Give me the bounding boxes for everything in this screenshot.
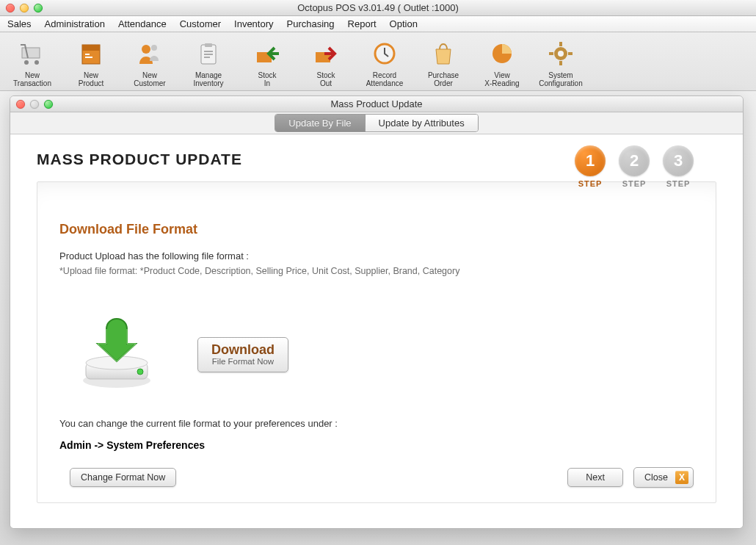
next-button[interactable]: Next: [567, 468, 623, 487]
svg-rect-12: [204, 54, 213, 55]
toolbar-manage-inventory[interactable]: ManageInventory: [182, 37, 235, 87]
menu-purchasing[interactable]: Purchasing: [287, 18, 335, 29]
modal-zoom-icon[interactable]: [44, 100, 53, 109]
svg-point-1: [24, 60, 29, 65]
modal-close-icon[interactable]: [16, 100, 25, 109]
customer-icon: [134, 37, 166, 70]
main-titlebar: Octopus POS v3.01.49 ( Outlet :1000): [0, 0, 756, 16]
svg-point-19: [558, 51, 564, 57]
svg-point-7: [142, 45, 150, 54]
svg-rect-21: [559, 61, 562, 65]
close-window-icon[interactable]: [6, 4, 15, 12]
step-1: 1 STEP: [575, 145, 606, 188]
toolbar-label: NewCustomer: [134, 71, 165, 87]
menu-customer[interactable]: Customer: [180, 18, 221, 29]
toolbar-label: ManageInventory: [193, 71, 223, 87]
svg-rect-6: [85, 57, 92, 58]
modal-traffic-lights: [16, 100, 53, 109]
toolbar-view-xreading[interactable]: ViewX-Reading: [476, 37, 528, 87]
main-window-title: Octopus POS v3.01.49 ( Outlet :1000): [297, 2, 459, 13]
toolbar-label: StockIn: [258, 71, 276, 87]
intro-text: Product Upload has the following file fo…: [59, 250, 694, 261]
close-x-icon: X: [675, 471, 688, 484]
toolbar-label: StockOut: [316, 71, 335, 87]
content-panel: 1 STEP 2 STEP 3 STEP Download File Forma…: [37, 181, 716, 503]
svg-rect-5: [85, 54, 90, 55]
svg-rect-10: [205, 43, 212, 47]
menu-administration[interactable]: Administration: [45, 18, 105, 29]
bag-icon: [427, 37, 459, 70]
clipboard-icon: [192, 37, 225, 70]
download-row: Download File Format Now: [73, 313, 694, 396]
toolbar-label: NewProduct: [79, 71, 103, 87]
download-drive-icon: [73, 313, 161, 396]
toolbar-new-product[interactable]: NewProduct: [65, 37, 117, 87]
toolbar-purchase-order[interactable]: PurchaseOrder: [417, 37, 470, 87]
step-2-circle: 2: [619, 145, 650, 176]
svg-rect-4: [82, 45, 100, 51]
step-3-circle: 3: [663, 145, 694, 176]
tip-text: You can change the current file format t…: [59, 418, 694, 429]
svg-rect-20: [559, 42, 562, 46]
menu-inventory[interactable]: Inventory: [234, 18, 273, 29]
step-3-label: STEP: [666, 179, 691, 188]
modal-title: Mass Product Update: [330, 98, 422, 109]
svg-rect-0: [22, 48, 40, 58]
toolbar-new-transaction[interactable]: NewTransaction: [6, 37, 59, 87]
footer-row: Change Format Now Next Close X: [59, 467, 694, 488]
wizard-steps: 1 STEP 2 STEP 3 STEP: [575, 145, 694, 188]
format-line: *Upload file format: *Product Code, Desc…: [59, 266, 694, 276]
svg-point-26: [137, 369, 143, 375]
step-1-label: STEP: [578, 179, 603, 188]
modal-tabrow: Update By File Update by Attributes: [10, 112, 743, 134]
toolbar-label: RecordAttendance: [366, 71, 404, 87]
toolbar-new-customer[interactable]: NewCustomer: [123, 37, 176, 87]
toolbar-stock-out[interactable]: StockOut: [299, 37, 352, 87]
mode-segmented-control: Update By File Update by Attributes: [275, 114, 478, 132]
mass-product-update-window: Mass Product Update Update By File Updat…: [10, 95, 744, 529]
pie-chart-icon: [486, 37, 518, 70]
toolbar-record-attendance[interactable]: RecordAttendance: [358, 37, 411, 87]
clock-icon: [368, 37, 401, 70]
menu-report[interactable]: Report: [348, 18, 377, 29]
download-button-subtitle: File Format Now: [212, 357, 274, 366]
menu-attendance[interactable]: Attendance: [118, 18, 167, 29]
gear-icon: [545, 37, 577, 70]
toolbar-label: SystemConfiguration: [539, 71, 582, 87]
modal-titlebar: Mass Product Update: [10, 96, 743, 112]
menubar: Sales Administration Attendance Customer…: [0, 16, 756, 32]
tip-path: Admin -> System Preferences: [59, 439, 694, 451]
step-1-circle: 1: [575, 145, 606, 176]
tab-update-by-attributes[interactable]: Update by Attributes: [365, 115, 478, 131]
download-file-format-button[interactable]: Download File Format Now: [197, 337, 288, 372]
main-toolbar: NewTransaction NewProduct NewCustomer Ma…: [0, 32, 756, 91]
svg-rect-11: [204, 51, 213, 52]
zoom-window-icon[interactable]: [34, 4, 43, 12]
toolbar-label: PurchaseOrder: [428, 71, 459, 87]
step-2: 2 STEP: [619, 145, 650, 188]
download-button-title: Download: [211, 342, 275, 358]
svg-point-2: [34, 60, 39, 65]
svg-rect-23: [568, 52, 573, 55]
toolbar-system-configuration[interactable]: SystemConfiguration: [534, 37, 587, 87]
toolbar-label: NewTransaction: [13, 71, 51, 87]
tab-update-by-file[interactable]: Update By File: [275, 115, 364, 131]
modal-body: MASS PRODUCT UPDATE 1 STEP 2 STEP 3: [10, 134, 743, 528]
svg-rect-13: [204, 57, 210, 58]
section-heading: Download File Format: [59, 222, 694, 237]
menu-option[interactable]: Option: [390, 18, 418, 29]
close-button-label: Close: [644, 472, 668, 483]
cart-icon: [16, 37, 48, 70]
toolbar-label: ViewX-Reading: [484, 71, 519, 87]
main-traffic-lights: [6, 4, 43, 12]
svg-rect-22: [549, 52, 553, 55]
main-window: Octopus POS v3.01.49 ( Outlet :1000) Sal…: [0, 0, 756, 545]
change-format-button[interactable]: Change Format Now: [70, 468, 176, 487]
toolbar-stock-in[interactable]: StockIn: [241, 37, 294, 87]
minimize-window-icon[interactable]: [20, 4, 29, 12]
step-3: 3 STEP: [663, 145, 694, 188]
stock-in-icon: [251, 37, 283, 70]
modal-minimize-icon: [30, 100, 39, 109]
menu-sales[interactable]: Sales: [7, 18, 32, 29]
close-button[interactable]: Close X: [633, 467, 694, 488]
